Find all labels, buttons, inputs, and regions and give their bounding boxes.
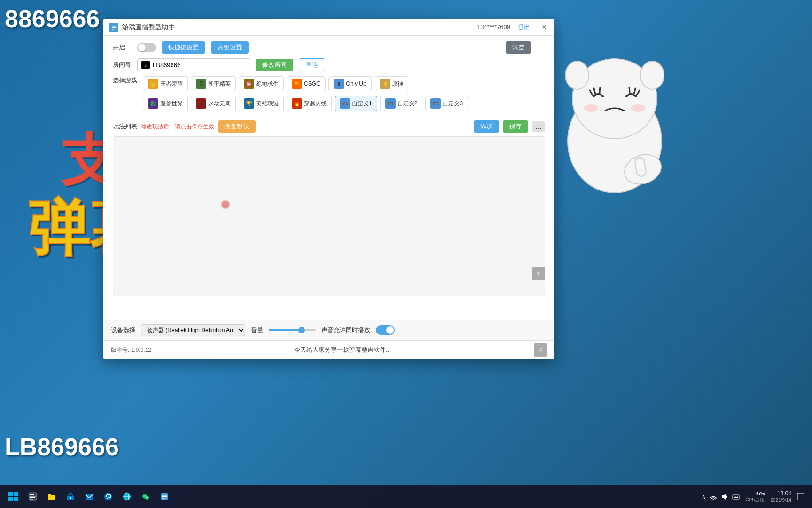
game-item-wangzhe[interactable]: 👑 王者荣耀 bbox=[143, 76, 188, 91]
device-select[interactable]: 扬声器 (Realtek High Definition Au bbox=[141, 324, 245, 336]
game-item-chuanyue[interactable]: 🔥 穿越火线 bbox=[287, 96, 332, 111]
playlist-label: 玩法列表 bbox=[113, 122, 137, 131]
open-row: 开启 快捷键设置 高级设置 bbox=[113, 41, 545, 54]
clock-date: 2021/9/14 bbox=[771, 497, 792, 503]
app-icon bbox=[109, 23, 118, 32]
shortcut-settings-button[interactable]: 快捷键设置 bbox=[162, 41, 205, 54]
svg-point-3 bbox=[640, 61, 664, 89]
taskbar-store-icon[interactable] bbox=[62, 488, 79, 505]
watermark-top: 8869666 bbox=[5, 5, 100, 33]
volume-knob bbox=[298, 327, 305, 333]
save-button[interactable]: 保存 bbox=[503, 120, 528, 133]
taskbar-search-icon[interactable] bbox=[24, 488, 41, 505]
user-id: 134****7609 bbox=[477, 24, 510, 31]
taskbar-wechat-icon[interactable] bbox=[137, 488, 154, 505]
game-label: 选择游戏 bbox=[113, 76, 137, 85]
volume-icon bbox=[721, 493, 728, 500]
network-icon bbox=[710, 493, 717, 500]
svg-point-5 bbox=[631, 104, 645, 112]
svg-point-2 bbox=[565, 61, 589, 89]
game-item-yingxiong[interactable]: 🏆 英雄联盟 bbox=[239, 96, 284, 111]
device-label: 设备选择 bbox=[111, 326, 135, 334]
game-item-custom3[interactable]: 🎮 自定义3 bbox=[425, 96, 468, 111]
windows-logo bbox=[8, 492, 18, 501]
svg-rect-12 bbox=[29, 493, 37, 500]
game-label-onlyup: Only Up bbox=[346, 80, 366, 87]
collapse-button[interactable]: < bbox=[532, 267, 545, 280]
taskbar: ∧ 16% CPU占用 18:04 2021/9 bbox=[0, 485, 812, 508]
game-icon-onlyup: ⬆ bbox=[334, 79, 344, 89]
cpu-info: 16% CPU占用 bbox=[745, 491, 765, 503]
taskbar-files-icon[interactable] bbox=[43, 488, 60, 505]
window-title: 游戏直播整蛊助手 bbox=[122, 23, 175, 32]
notification-icon[interactable] bbox=[797, 493, 804, 500]
system-tray: ∧ bbox=[702, 493, 740, 500]
clear-button[interactable]: 清空 bbox=[506, 41, 531, 54]
svg-rect-35 bbox=[162, 498, 165, 499]
taskbar-mail-icon[interactable] bbox=[81, 488, 98, 505]
taskbar-app-icon[interactable] bbox=[156, 488, 173, 505]
game-icon-wangzhe: 👑 bbox=[148, 79, 158, 89]
mascot-character bbox=[549, 47, 680, 198]
game-label-heping: 和平精英 bbox=[208, 80, 231, 88]
game-label-wangzhe: 王者荣耀 bbox=[160, 80, 183, 88]
game-icon-chuanyue: 🔥 bbox=[292, 98, 302, 109]
app-window: 游戏直播整蛊助手 134****7609 登出 × 清空 开启 快捷键设置 高级… bbox=[103, 19, 554, 359]
window-title-right: 134****7609 登出 × bbox=[477, 21, 551, 34]
game-label-moshou: 魔兽世界 bbox=[160, 100, 183, 108]
svg-rect-43 bbox=[797, 493, 804, 500]
svg-rect-18 bbox=[48, 494, 51, 496]
game-icon-custom2: 🎮 bbox=[385, 98, 396, 109]
taskbar-edge-icon[interactable] bbox=[100, 488, 117, 505]
game-item-moshou[interactable]: 🐉 魔兽世界 bbox=[143, 96, 188, 111]
svg-marker-37 bbox=[722, 494, 726, 500]
svg-point-31 bbox=[147, 497, 148, 498]
svg-rect-39 bbox=[734, 496, 734, 497]
tiktok-icon: ♪ bbox=[141, 61, 150, 69]
system-clock: 18:04 2021/9/14 bbox=[771, 490, 792, 504]
svg-rect-10 bbox=[112, 27, 116, 28]
version-bar: 版本号: 1.0.0.12 今天给大家分享一款弹幕整蛊软件... < bbox=[103, 340, 554, 359]
open-toggle[interactable] bbox=[137, 43, 156, 52]
reconnect-button[interactable]: 重连 bbox=[299, 58, 325, 71]
room-value: LB869666 bbox=[153, 62, 180, 69]
volume-label: 音量 bbox=[251, 326, 263, 334]
game-item-yuanshen[interactable]: ✨ 原神 bbox=[375, 76, 408, 91]
logout-link[interactable]: 登出 bbox=[518, 23, 530, 32]
room-input-container[interactable]: ♪ LB869666 bbox=[137, 58, 250, 71]
sync-toggle[interactable] bbox=[376, 325, 395, 335]
svg-rect-38 bbox=[733, 495, 739, 499]
modify-room-button[interactable]: 修改房间 bbox=[256, 59, 293, 71]
right-arrow-button[interactable]: < bbox=[534, 343, 547, 357]
bottom-device-bar: 设备选择 扬声器 (Realtek High Definition Au 音量 … bbox=[103, 320, 554, 340]
advanced-settings-button[interactable]: 高级设置 bbox=[211, 41, 249, 54]
taskbar-browser2-icon[interactable] bbox=[118, 488, 135, 505]
toggle-knob bbox=[138, 44, 146, 51]
svg-rect-34 bbox=[162, 496, 167, 497]
game-item-custom2[interactable]: 🎮 自定义2 bbox=[380, 96, 423, 111]
game-item-heping[interactable]: 🎖 和平精英 bbox=[191, 76, 236, 91]
restore-default-button[interactable]: 恢复默认 bbox=[218, 120, 256, 133]
window-titlebar: 游戏直播整蛊助手 134****7609 登出 × bbox=[103, 19, 554, 36]
game-item-custom1[interactable]: 🎮 自定义1 bbox=[335, 96, 377, 111]
game-item-jueди[interactable]: 🎯 绝地求生 bbox=[239, 76, 284, 91]
game-item-csgo[interactable]: 🔫 CSGO bbox=[287, 76, 326, 91]
more-button[interactable]: … bbox=[532, 121, 545, 132]
playlist-note: 修改玩法后，请点击保存生效 bbox=[141, 123, 214, 131]
game-label-custom2: 自定义2 bbox=[398, 100, 418, 108]
game-item-onlyup[interactable]: ⬆ Only Up bbox=[328, 76, 371, 91]
tray-arrow[interactable]: ∧ bbox=[702, 493, 706, 500]
volume-slider[interactable] bbox=[269, 329, 316, 331]
game-item-yongjie[interactable]: ⚔ 永劫无间 bbox=[191, 96, 236, 111]
game-icon-custom1: 🎮 bbox=[340, 98, 350, 109]
add-button[interactable]: 添加 bbox=[474, 120, 499, 133]
window-close-button[interactable]: × bbox=[538, 21, 551, 34]
game-grid-container: 👑 王者荣耀 🎖 和平精英 🎯 绝地求生 🔫 CSGO bbox=[143, 76, 545, 116]
start-button[interactable] bbox=[4, 487, 23, 506]
version-text: 版本号: 1.0.0.12 bbox=[111, 346, 151, 354]
mouse-cursor bbox=[221, 200, 230, 209]
watermark-bottom: LB869666 bbox=[5, 433, 119, 461]
taskbar-icons bbox=[24, 488, 173, 505]
cpu-percent: 16% bbox=[754, 491, 765, 496]
svg-point-4 bbox=[584, 104, 598, 112]
